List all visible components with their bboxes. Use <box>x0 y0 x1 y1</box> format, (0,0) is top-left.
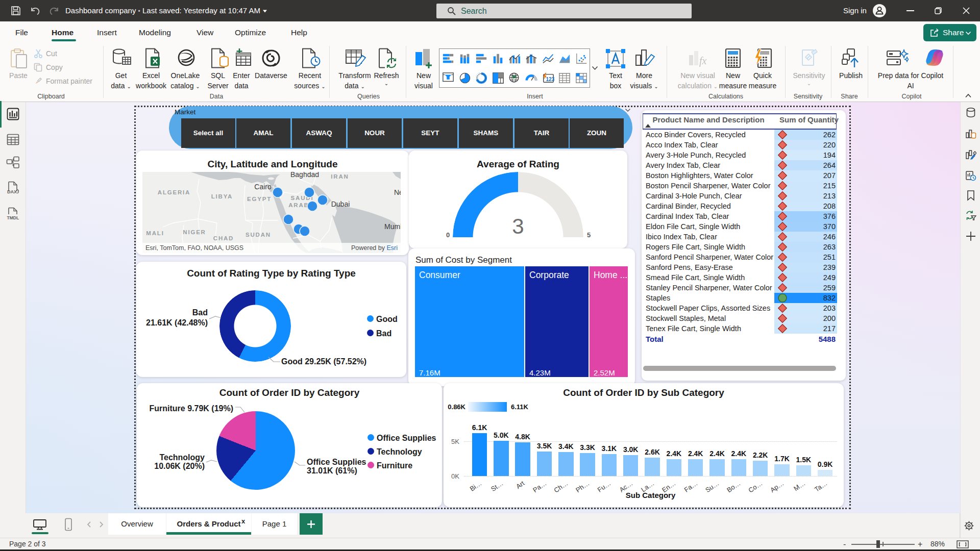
svg-text:Mumb: Mumb <box>384 222 401 231</box>
svg-text:Baghdad: Baghdad <box>290 172 319 179</box>
svg-text:ALGERIA: ALGERIA <box>158 189 190 195</box>
svg-text:123: 123 <box>546 77 554 82</box>
svg-text:Esri, TomTom, FAO, NOAA, USGS: Esri, TomTom, FAO, NOAA, USGS <box>145 244 243 252</box>
svg-text:TMDL: TMDL <box>7 215 19 220</box>
svg-text:Ne: Ne <box>394 188 401 196</box>
svg-text:NIGER: NIGER <box>183 229 206 235</box>
svg-text:MALI: MALI <box>146 230 164 236</box>
svg-text:IRAN: IRAN <box>331 173 349 180</box>
svg-text:Powered by Esri: Powered by Esri <box>351 244 398 252</box>
svg-text:SUDAN: SUDAN <box>246 232 271 238</box>
svg-text:Dubai: Dubai <box>331 200 350 208</box>
svg-text:Cairo: Cairo <box>254 183 272 191</box>
svg-text:LIBYA: LIBYA <box>211 193 233 199</box>
svg-text:fx: fx <box>699 55 707 67</box>
svg-text:CHAD: CHAD <box>213 235 234 241</box>
svg-text:DAX: DAX <box>7 189 17 194</box>
svg-text:EGYPT: EGYPT <box>247 196 272 202</box>
